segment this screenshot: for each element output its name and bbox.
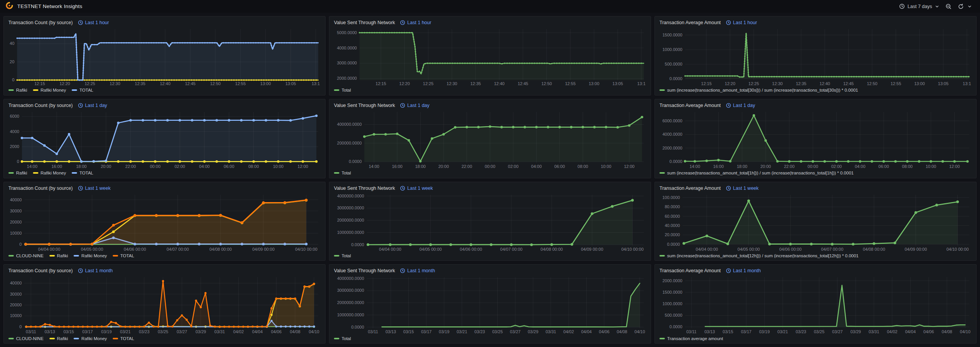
panel-title[interactable]: Transaction Average Amount — [659, 268, 721, 273]
time-range-picker[interactable]: Last 7 days — [896, 2, 942, 11]
svg-text:03/27: 03/27 — [177, 329, 187, 334]
legend-item[interactable]: Rafiki — [8, 171, 27, 175]
panel-time-range-label: Last 1 hour — [733, 20, 757, 25]
legend-item[interactable]: CLOUD-NINE — [8, 253, 44, 258]
panel: Transaction Count (by source)Last 1 day1… — [3, 99, 326, 178]
svg-text:04/02: 04/02 — [887, 329, 898, 334]
legend-item[interactable]: TOTAL — [113, 336, 134, 341]
panel-title[interactable]: Transaction Average Amount — [659, 103, 721, 108]
legend-item[interactable]: Rafiki Money — [74, 336, 107, 341]
refresh-button[interactable] — [955, 2, 967, 11]
panel-title[interactable]: Transaction Average Amount — [659, 20, 721, 25]
svg-text:4000000.0000: 4000000.0000 — [337, 193, 364, 198]
svg-text:3000000.0000: 3000000.0000 — [337, 288, 364, 293]
chart-area: 04/04 00:0004/05 00:0004/06 00:0004/07 0… — [8, 192, 321, 252]
legend: Transaction average amount — [659, 335, 972, 342]
refresh-interval-dropdown[interactable] — [967, 3, 975, 10]
svg-text:03/25: 03/25 — [158, 329, 168, 334]
legend-item[interactable]: sum (increase(transactions_amount_total[… — [659, 171, 853, 175]
svg-text:200000.0000: 200000.0000 — [337, 141, 362, 145]
svg-text:03/17: 03/17 — [741, 329, 751, 334]
svg-text:08:00: 08:00 — [577, 164, 588, 169]
svg-text:20000: 20000 — [10, 303, 22, 307]
svg-text:03/29: 03/29 — [528, 329, 539, 334]
panel-header: Value Sent Through NetworkLast 1 day — [333, 101, 647, 110]
panel-time-range-link[interactable]: Last 1 week — [78, 186, 111, 191]
panel-time-range-link[interactable]: Last 1 week — [400, 186, 433, 191]
legend-item[interactable]: Rafiki — [8, 88, 27, 92]
panel-title[interactable]: Transaction Average Amount — [659, 186, 721, 191]
svg-text:13:05: 13:05 — [285, 81, 296, 86]
legend-item[interactable]: CLOUD-NINE — [8, 336, 44, 341]
panel-title[interactable]: Value Sent Through Network — [334, 20, 395, 25]
legend-item[interactable]: TOTAL — [72, 171, 93, 175]
svg-text:18:00: 18:00 — [415, 164, 426, 169]
panel-title[interactable]: Transaction Count (by source) — [8, 268, 73, 273]
svg-text:03/11: 03/11 — [686, 329, 697, 334]
panel-title[interactable]: Transaction Count (by source) — [8, 186, 73, 191]
legend-item[interactable]: Rafiki — [49, 336, 68, 341]
panel-time-range-link[interactable]: Last 1 hour — [78, 20, 109, 25]
legend-item[interactable]: Rafiki Money — [33, 88, 66, 92]
panel-time-range-label: Last 1 week — [407, 186, 433, 191]
svg-text:4000.0000: 4000.0000 — [337, 46, 357, 50]
svg-text:1000.0000: 1000.0000 — [663, 301, 682, 306]
panel-title[interactable]: Value Sent Through Network — [334, 186, 395, 191]
panel-time-range-link[interactable]: Last 1 hour — [726, 20, 757, 25]
legend-item[interactable]: Total — [334, 253, 351, 258]
svg-text:04/07 00:00: 04/07 00:00 — [821, 247, 843, 251]
legend-item[interactable]: Rafiki Money — [33, 171, 66, 175]
legend-item[interactable]: Total — [334, 336, 351, 341]
legend-item[interactable]: Total — [334, 171, 351, 175]
panel-time-range-link[interactable]: Last 1 month — [726, 268, 761, 273]
svg-text:04/07 00:00: 04/07 00:00 — [500, 247, 523, 251]
svg-text:12:00: 12:00 — [949, 164, 960, 169]
svg-text:04/04: 04/04 — [581, 329, 592, 334]
panel-time-range-link[interactable]: Last 1 month — [78, 268, 113, 273]
legend-item[interactable]: sum (increase(transactions_amount_total[… — [659, 253, 858, 258]
legend-item[interactable]: TOTAL — [113, 253, 134, 258]
chart-area: 14:0016:0018:0020:0022:0000:0002:0004:00… — [8, 110, 321, 169]
panel-time-range-link[interactable]: Last 1 week — [726, 186, 759, 191]
panel-time-range-link[interactable]: Last 1 month — [400, 268, 435, 273]
panel-time-range-label: Last 1 hour — [85, 20, 109, 25]
panel: Transaction Average AmountLast 1 month03… — [654, 264, 977, 344]
time-series-chart: 14:0016:0018:0020:0022:0000:0002:0004:00… — [659, 110, 972, 169]
legend-swatch — [49, 338, 55, 339]
legend-item[interactable]: Rafiki — [49, 253, 68, 258]
svg-text:1000000.0000: 1000000.0000 — [337, 230, 364, 234]
legend-swatch — [49, 255, 55, 257]
svg-text:12:25: 12:25 — [423, 81, 434, 86]
zoom-out-button[interactable] — [943, 2, 954, 11]
panel-title[interactable]: Value Sent Through Network — [334, 268, 395, 273]
legend-swatch — [334, 172, 339, 174]
legend-label: Rafiki Money — [81, 336, 107, 341]
legend-item[interactable]: Total — [334, 88, 351, 92]
svg-text:04/05 00:00: 04/05 00:00 — [738, 247, 760, 251]
panel-title[interactable]: Value Sent Through Network — [334, 103, 395, 108]
legend-item[interactable]: Rafiki Money — [74, 253, 107, 258]
panel-time-range-label: Last 1 week — [733, 186, 759, 191]
legend-swatch — [33, 89, 38, 91]
panel-time-range-link[interactable]: Last 1 day — [78, 103, 107, 108]
svg-text:2000: 2000 — [10, 144, 19, 149]
legend: Total — [333, 335, 647, 342]
svg-text:20:00: 20:00 — [438, 164, 449, 169]
svg-text:3000000.0000: 3000000.0000 — [337, 206, 364, 210]
legend-item[interactable]: sum (increase(transactions_amount_total[… — [659, 88, 858, 92]
panel-title[interactable]: Transaction Count (by source) — [8, 20, 73, 25]
svg-text:12:35: 12:35 — [796, 81, 807, 86]
time-series-chart: 12:1512:2012:2512:3012:3512:4012:4512:50… — [8, 27, 321, 87]
panel-title[interactable]: Transaction Count (by source) — [8, 103, 73, 108]
panel-time-range-link[interactable]: Last 1 day — [400, 103, 429, 108]
time-series-chart: 03/1103/1303/1503/1703/1903/2103/2303/25… — [333, 275, 647, 335]
legend-item[interactable]: TOTAL — [72, 88, 93, 92]
legend-item[interactable]: Transaction average amount — [659, 336, 723, 341]
legend: CLOUD-NINERafikiRafiki MoneyTOTAL — [8, 335, 321, 342]
grafana-logo-icon[interactable] — [5, 2, 13, 11]
chart-area: 03/1103/1303/1503/1703/1903/2103/2303/25… — [659, 275, 972, 335]
svg-text:04/04: 04/04 — [252, 329, 263, 334]
panel-time-range-link[interactable]: Last 1 hour — [400, 20, 431, 25]
clock-icon — [78, 186, 83, 191]
panel-time-range-link[interactable]: Last 1 day — [726, 103, 755, 108]
